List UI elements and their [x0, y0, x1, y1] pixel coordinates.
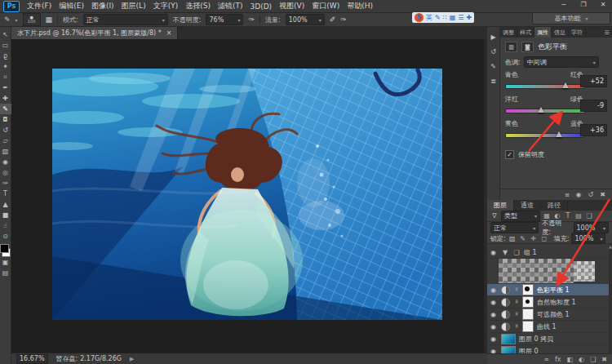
layer-group-row[interactable]: ◉ ▼ ❑ 组 1 — [487, 246, 609, 259]
brush-preset-chevron-icon[interactable]: ▾ — [16, 17, 18, 23]
cyan-red-slider[interactable] — [505, 84, 585, 89]
add-mask-icon[interactable]: ◧ — [567, 356, 574, 363]
new-adjustment-icon[interactable]: ◐ — [579, 356, 584, 363]
layer-row-color-balance[interactable]: ◉ ∞ 色彩平衡 1 — [487, 284, 609, 296]
clip-to-layer-icon[interactable]: ⧈ — [565, 191, 570, 199]
layer-row-curves[interactable]: ◉ ∞ 曲线 1 — [487, 321, 609, 333]
layer-thumbnail[interactable] — [501, 334, 516, 344]
layer-row-layer0-copy[interactable]: ◉ 图层 0 拷贝 — [487, 333, 609, 345]
tone-select[interactable]: 中间调 ▾ — [524, 56, 599, 68]
eye-icon[interactable]: ◉ — [490, 335, 498, 343]
photo-underwater[interactable] — [52, 69, 442, 320]
pen-tool[interactable]: ✑ — [0, 178, 11, 189]
slider-handle[interactable] — [562, 82, 569, 88]
blend-mode-select[interactable]: 正常 ▾ — [83, 14, 168, 25]
pressure-size-icon[interactable]: ✑ — [340, 16, 347, 24]
eye-icon[interactable]: ◉ — [490, 299, 498, 306]
slider-handle[interactable] — [538, 107, 544, 113]
new-group-icon[interactable]: ❑ — [590, 356, 596, 363]
menu-select[interactable]: 选择(S) — [185, 1, 211, 11]
zoom-tool[interactable]: ⊙ — [0, 231, 11, 242]
menu-file[interactable]: 文件(F) — [27, 1, 51, 11]
cyan-red-value-field[interactable]: +52 — [580, 75, 607, 87]
sogou-logo-icon[interactable]: S — [415, 13, 424, 22]
marquee-tool[interactable]: ▭ — [0, 40, 11, 51]
ime-menu-icon[interactable]: ☰ — [458, 14, 463, 21]
workspace-switcher[interactable]: 基本功能 ▾ — [532, 12, 610, 24]
eye-icon[interactable]: ◉ — [490, 286, 498, 294]
menu-edit[interactable]: 编辑(E) — [59, 1, 84, 11]
preserve-luminosity-row[interactable]: ✓ 保留明度 — [500, 144, 612, 166]
restore-button[interactable]: ❐ — [578, 1, 589, 8]
airbrush-icon[interactable]: ✐ — [330, 16, 336, 24]
magenta-green-slider[interactable] — [505, 109, 585, 113]
layer-mask-thumbnail[interactable] — [522, 309, 534, 320]
tab-properties[interactable]: 属性 — [534, 27, 552, 38]
pressure-opacity-icon[interactable]: ✑ — [248, 16, 255, 24]
flow-select[interactable]: 100% ▾ — [286, 14, 325, 25]
layers-scrollbar[interactable]: ▲ ▼ — [609, 244, 612, 358]
mask-link-icon[interactable]: ∞ — [513, 287, 520, 293]
lasso-tool[interactable]: ϱ — [0, 51, 11, 61]
close-button[interactable]: ✕ — [597, 1, 609, 8]
link-layers-icon[interactable]: ∞ — [543, 356, 549, 363]
filter-smart-object-icon[interactable]: ❑ — [585, 212, 593, 220]
eraser-tool[interactable]: ▱ — [0, 135, 11, 146]
tab-styles[interactable]: 样式 — [517, 27, 534, 38]
filter-shape-icon[interactable]: ▤ — [574, 212, 583, 220]
eyedropper-tool[interactable]: ✒ — [0, 82, 11, 93]
delete-adjustment-icon[interactable]: ✖ — [600, 191, 605, 198]
menu-3d[interactable]: 3D(D) — [250, 2, 272, 11]
menu-type[interactable]: 文字(Y) — [153, 1, 179, 11]
shape-tool[interactable]: ■ — [0, 210, 11, 220]
mask-link-icon[interactable]: ∞ — [513, 300, 520, 305]
ime-tool-icon[interactable]: ✚ — [467, 14, 472, 21]
layer-blend-select[interactable]: 正常 ▾ — [490, 222, 539, 233]
ime-lang-toggle[interactable]: 英 — [426, 13, 432, 22]
ime-punct-icon[interactable]: ∷ — [443, 14, 447, 21]
brush-preset-icon[interactable]: ✎ — [4, 16, 11, 24]
filter-kind-select[interactable]: 类型 ▾ — [501, 211, 540, 222]
path-select-tool[interactable]: ▲ — [0, 199, 11, 210]
fill-select[interactable]: 100% ▾ — [571, 233, 605, 244]
lock-transparency-icon[interactable]: ▨ — [508, 235, 517, 242]
blur-tool[interactable]: ◉ — [0, 157, 11, 167]
crop-tool[interactable]: ⌗ — [0, 72, 11, 82]
menu-view[interactable]: 视图(V) — [279, 1, 304, 11]
actions-panel-icon[interactable]: ▶ — [490, 33, 495, 41]
layer-effects-icon[interactable]: fx — [555, 356, 561, 363]
visibility-icon[interactable]: ◉ — [576, 191, 582, 198]
menu-help[interactable]: 帮助(H) — [347, 1, 373, 11]
layer-mask-thumbnail[interactable] — [522, 321, 534, 332]
clone-source-panel-icon[interactable]: ≣ — [490, 78, 496, 85]
slider-handle[interactable] — [556, 131, 562, 137]
reset-icon[interactable]: ↺ — [588, 191, 594, 198]
menu-window[interactable]: 窗口(W) — [312, 1, 339, 11]
mask-link-icon[interactable]: ∞ — [513, 324, 520, 330]
tab-info[interactable]: 信息 — [552, 27, 569, 38]
foreground-color-swatch[interactable] — [0, 244, 9, 253]
tab-layers[interactable]: 图层 — [487, 200, 514, 211]
minimize-button[interactable]: ─ — [558, 1, 570, 8]
opacity-select[interactable]: 76% ▾ — [206, 14, 243, 25]
magenta-green-value-field[interactable]: -9 — [580, 100, 607, 112]
tab-close-icon[interactable]: × — [166, 29, 172, 37]
delete-layer-icon[interactable]: ✖ — [601, 356, 607, 363]
tab-adjustments[interactable]: 调整 — [500, 27, 517, 38]
move-tool[interactable]: ↖ — [0, 29, 11, 40]
clone-stamp-tool[interactable]: ◘ — [0, 114, 11, 125]
tab-channels[interactable]: 通道 — [514, 200, 541, 211]
gradient-tool[interactable]: ▧ — [0, 146, 11, 157]
healing-brush-tool[interactable]: ✚ — [0, 93, 11, 104]
quick-mask-button[interactable]: ▣ — [0, 257, 11, 268]
eye-icon[interactable]: ◉ — [490, 249, 498, 256]
screen-mode-button[interactable]: ▤ — [0, 268, 11, 278]
type-tool[interactable]: T — [0, 189, 11, 199]
layer-opacity-select[interactable]: 100% ▾ — [574, 222, 610, 233]
menu-filter[interactable]: 滤镜(T) — [218, 1, 243, 11]
canvas-area[interactable] — [11, 39, 487, 353]
status-options-icon[interactable]: ▶ — [130, 356, 134, 362]
panel-menu-icon[interactable]: ☰ — [602, 27, 612, 38]
mask-link-icon[interactable]: ∞ — [513, 312, 520, 317]
lock-all-icon[interactable]: ◻ — [540, 235, 548, 242]
